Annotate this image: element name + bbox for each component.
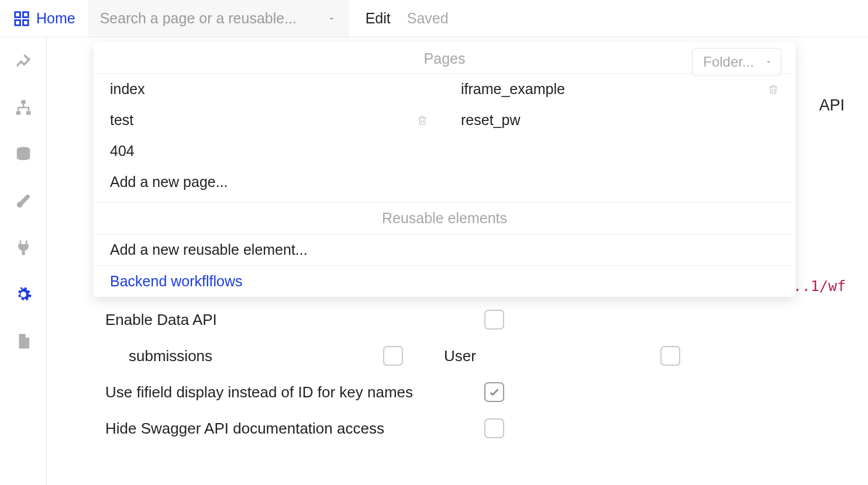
topbar: Home Edit Saved xyxy=(0,0,868,37)
sidebar-item-design[interactable] xyxy=(13,50,34,71)
search-input[interactable] xyxy=(100,10,337,27)
sidebar-item-settings[interactable] xyxy=(13,284,34,305)
enable-data-label: Enable Data API xyxy=(105,311,484,329)
pages-header-label: Pages xyxy=(424,50,466,67)
user-label: User xyxy=(444,347,660,365)
svg-rect-0 xyxy=(15,12,20,17)
page-label: reset_pw xyxy=(461,112,520,129)
add-page-label: Add a new page... xyxy=(110,174,228,190)
svg-rect-6 xyxy=(26,111,31,115)
sidebar-item-plugins[interactable] xyxy=(13,237,34,258)
row-hide-swagger: Hide Swagger API documentation access xyxy=(105,418,845,438)
page-label: 404 xyxy=(110,143,135,160)
enable-data-checkbox[interactable] xyxy=(484,310,504,330)
svg-rect-5 xyxy=(16,111,20,115)
api-tab-label[interactable]: API xyxy=(819,96,845,115)
backend-workflows-label: Backend workflflows xyxy=(110,273,242,289)
page-item-index[interactable]: index xyxy=(94,74,445,105)
home-icon xyxy=(13,10,30,27)
trash-icon[interactable] xyxy=(767,84,779,95)
svg-rect-2 xyxy=(15,20,20,25)
pages-col-left: index test 404 Add a new page... xyxy=(94,74,445,198)
sidebar xyxy=(0,37,47,485)
sidebar-item-logs[interactable] xyxy=(13,331,34,352)
wf-url-fragment: ..1/wf xyxy=(793,278,846,295)
row-enable-data-api: Enable Data API xyxy=(105,310,845,330)
settings-panel: Enable Data API submissions User Use fif… xyxy=(105,310,845,455)
page-label: test xyxy=(110,112,133,129)
page-dropdown: Pages Folder... index test 404 Add a ne xyxy=(94,42,795,297)
submissions-label: submissions xyxy=(129,347,383,365)
svg-rect-8 xyxy=(21,341,27,342)
home-label: Home xyxy=(36,10,75,27)
sidebar-item-data[interactable] xyxy=(13,144,34,165)
user-checkbox[interactable] xyxy=(660,346,680,366)
row-use-field-display: Use fifield display instead of ID for ke… xyxy=(105,382,845,402)
backend-workflows-link[interactable]: Backend workflflows xyxy=(94,266,795,297)
svg-rect-1 xyxy=(23,12,29,17)
hide-swagger-label: Hide Swagger API documentation access xyxy=(105,420,484,438)
use-field-checkbox[interactable] xyxy=(484,382,504,402)
chevron-down-icon[interactable] xyxy=(327,14,336,23)
svg-rect-4 xyxy=(21,101,26,104)
add-reusable-row[interactable]: Add a new reusable element... xyxy=(94,234,795,266)
sidebar-item-workflow[interactable] xyxy=(13,97,34,118)
sitemap-icon xyxy=(15,99,32,116)
page-label: index xyxy=(110,81,145,98)
saved-label: Saved xyxy=(407,10,449,27)
page-item-test[interactable]: test xyxy=(94,105,445,136)
trash-icon[interactable] xyxy=(416,115,428,126)
reusable-header: Reusable elements xyxy=(94,202,795,234)
search-wrap xyxy=(88,0,349,37)
svg-rect-10 xyxy=(21,346,25,347)
page-item-reset-pw[interactable]: reset_pw xyxy=(445,105,795,136)
use-field-label: Use fifield display instead of ID for ke… xyxy=(105,383,484,401)
svg-rect-3 xyxy=(23,20,29,25)
chevron-down-icon xyxy=(764,58,773,66)
add-page-row[interactable]: Add a new page... xyxy=(94,167,445,198)
row-data-types: submissions User xyxy=(105,346,845,366)
dropdown-pages-header: Pages Folder... xyxy=(94,42,795,74)
edit-label[interactable]: Edit xyxy=(349,10,407,27)
design-icon xyxy=(15,52,32,70)
hide-swagger-checkbox[interactable] xyxy=(484,418,504,438)
database-icon xyxy=(15,146,32,163)
folder-select[interactable]: Folder... xyxy=(692,48,781,76)
file-icon xyxy=(15,332,32,350)
page-item-404[interactable]: 404 xyxy=(94,136,445,167)
add-reusable-label: Add a new reusable element... xyxy=(110,241,308,258)
folder-placeholder: Folder... xyxy=(703,54,754,70)
home-button[interactable]: Home xyxy=(0,0,88,37)
page-label: iframe_example xyxy=(461,81,565,98)
plug-icon xyxy=(15,239,32,257)
submissions-checkbox[interactable] xyxy=(383,346,403,366)
svg-rect-9 xyxy=(21,344,27,345)
pages-grid: index test 404 Add a new page... iframe_… xyxy=(94,74,795,198)
sidebar-item-styles[interactable] xyxy=(13,190,34,212)
brush-icon xyxy=(15,192,32,210)
page-item-iframe-example[interactable]: iframe_example xyxy=(445,74,795,105)
pages-col-right: iframe_example reset_pw xyxy=(445,74,795,198)
gear-icon xyxy=(15,286,32,303)
